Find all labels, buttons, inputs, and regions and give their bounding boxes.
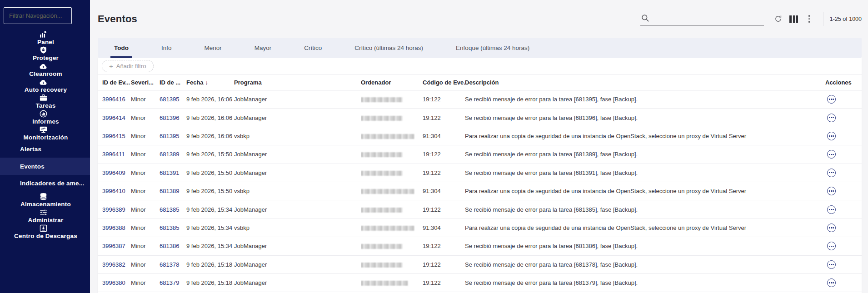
- event-code-cell: 19:122: [423, 90, 465, 109]
- event-id-link[interactable]: 3996414: [102, 114, 125, 121]
- sidebar-item-centro-de-descargas[interactable]: Centro de Descargas: [0, 223, 90, 239]
- row-actions-button[interactable]: [827, 260, 836, 269]
- column-header-ordenador[interactable]: Ordenador: [361, 75, 423, 90]
- job-id-link[interactable]: 681378: [160, 261, 179, 268]
- job-id-link[interactable]: 681389: [160, 188, 179, 194]
- sidebar-item-informes[interactable]: Informes: [0, 109, 90, 125]
- sidebar-item-almacenamiento[interactable]: Almacenamiento: [0, 192, 90, 208]
- tab-info[interactable]: Info: [145, 38, 188, 58]
- date-cell: 9 feb 2026, 15:18: [186, 255, 234, 273]
- job-id-link[interactable]: 681395: [160, 133, 179, 139]
- severity-cell: Minor: [131, 145, 160, 164]
- event-code-cell: 91:304: [423, 219, 465, 237]
- job-id-link[interactable]: 681385: [160, 206, 179, 213]
- column-header-acciones[interactable]: Acciones: [813, 75, 862, 90]
- date-cell: 9 feb 2026, 16:06: [186, 109, 234, 127]
- event-id-link[interactable]: 3996416: [102, 96, 125, 103]
- job-id-link[interactable]: 681386: [160, 243, 179, 249]
- search-icon: [641, 14, 649, 22]
- refresh-button[interactable]: [772, 13, 785, 25]
- tab-mayor[interactable]: Mayor: [238, 38, 288, 58]
- date-cell: 9 feb 2026, 15:50: [186, 182, 234, 200]
- column-header-severi[interactable]: Severi...: [131, 75, 160, 90]
- tab-todo[interactable]: Todo: [98, 38, 145, 58]
- redacted-computer-name: [361, 152, 403, 157]
- description-cell: Se recibió mensaje de error para la tare…: [465, 273, 813, 292]
- event-id-link[interactable]: 3996380: [102, 279, 125, 286]
- redacted-computer-name: [361, 244, 403, 249]
- column-header-fecha[interactable]: Fecha↓: [186, 75, 234, 90]
- row-actions-button[interactable]: [827, 169, 836, 177]
- briefcase-icon: [39, 93, 48, 102]
- tab-cr-tico[interactable]: Crítico: [288, 38, 338, 58]
- sidebar-item-panel[interactable]: Panel: [0, 30, 90, 45]
- grid-search-input[interactable]: [652, 15, 764, 23]
- sidebar-item-monitorizaci-n[interactable]: Monitorización: [0, 125, 90, 141]
- sidebar-item-tareas[interactable]: Tareas: [0, 93, 90, 109]
- tab-cr-tico-ltimas-24-horas[interactable]: Crítico (últimas 24 horas): [338, 38, 439, 58]
- sidebar-item-proteger[interactable]: Proteger: [0, 45, 90, 61]
- column-header-descripci-n[interactable]: Descripción: [465, 75, 813, 90]
- date-cell: 9 feb 2026, 16:06: [186, 127, 234, 145]
- sidebar-item-indicadores-de-ame[interactable]: Indicadores de ame...: [0, 175, 90, 192]
- add-filter-button[interactable]: + Añadir filtro: [102, 60, 154, 72]
- column-settings-button[interactable]: [788, 13, 800, 25]
- job-id-link[interactable]: 681395: [160, 96, 179, 103]
- sidebar-item-label: Almacenamiento: [20, 201, 71, 208]
- grid-toolbar: 1-25 of 1000: [640, 12, 862, 26]
- event-id-link[interactable]: 3996382: [102, 261, 125, 268]
- filter-bar: + Añadir filtro: [98, 58, 862, 75]
- date-cell: 9 feb 2026, 15:34: [186, 200, 234, 219]
- event-code-cell: 19:122: [423, 255, 465, 273]
- event-code-cell: 19:122: [423, 273, 465, 292]
- sidebar-filter-input[interactable]: [4, 7, 72, 24]
- sidebar-item-label: Panel: [37, 39, 54, 45]
- row-actions-button[interactable]: [827, 278, 836, 287]
- event-id-link[interactable]: 3996411: [102, 151, 125, 158]
- program-cell: JobManager: [234, 273, 361, 292]
- event-id-link[interactable]: 3996389: [102, 206, 125, 213]
- date-cell: 9 feb 2026, 15:34: [186, 237, 234, 255]
- job-id-link[interactable]: 681396: [160, 114, 179, 121]
- sidebar-item-eventos[interactable]: Eventos: [0, 158, 90, 174]
- tab-menor[interactable]: Menor: [188, 38, 238, 58]
- row-actions-button[interactable]: [827, 205, 836, 214]
- column-header-id-de-ev[interactable]: ID de Ev...: [98, 75, 131, 90]
- column-header-id-de[interactable]: ID de ...: [160, 75, 186, 90]
- program-cell: vsbkp: [234, 127, 361, 145]
- event-id-link[interactable]: 3996388: [102, 224, 125, 231]
- sidebar-item-alertas[interactable]: Alertas: [0, 141, 90, 158]
- job-id-link[interactable]: 681385: [160, 224, 179, 231]
- event-id-link[interactable]: 3996415: [102, 133, 125, 139]
- job-id-link[interactable]: 681389: [160, 151, 179, 158]
- event-id-link[interactable]: 3996387: [102, 243, 125, 249]
- events-table-card: + Añadir filtro ID de Ev...Severi...ID d…: [98, 58, 862, 293]
- tab-enfoque-ltimas-24-horas[interactable]: Enfoque (últimas 24 horas): [439, 38, 546, 58]
- job-id-link[interactable]: 681379: [160, 279, 179, 286]
- row-actions-button[interactable]: [827, 187, 836, 195]
- date-cell: 9 feb 2026, 16:06: [186, 90, 234, 109]
- job-id-link[interactable]: 681391: [160, 169, 179, 176]
- row-actions-button[interactable]: [827, 242, 836, 250]
- description-cell: Se recibió mensaje de error para la tare…: [465, 109, 813, 127]
- program-cell: JobManager: [234, 164, 361, 182]
- column-header-programa[interactable]: Programa: [234, 75, 361, 90]
- row-actions-button[interactable]: [827, 132, 836, 140]
- event-code-cell: 19:122: [423, 109, 465, 127]
- sidebar-item-label: Proteger: [33, 55, 59, 61]
- row-actions-button[interactable]: [827, 223, 836, 232]
- page-header: Eventos 1-25 o: [98, 0, 862, 38]
- more-options-button[interactable]: [803, 13, 816, 25]
- redacted-computer-name: [361, 263, 403, 268]
- event-id-link[interactable]: 3996410: [102, 188, 125, 194]
- row-actions-button[interactable]: [827, 150, 836, 159]
- row-actions-button[interactable]: [827, 95, 836, 104]
- sidebar-item-auto-recovery[interactable]: Auto recovery: [0, 77, 90, 93]
- severity-cell: Minor: [131, 127, 160, 145]
- event-id-link[interactable]: 3996409: [102, 169, 125, 176]
- description-cell: Se recibió mensaje de error para la tare…: [465, 90, 813, 109]
- sidebar-item-cleanroom[interactable]: Cleanroom: [0, 61, 90, 77]
- column-header-c-digo-de-eve[interactable]: Código de Eve...: [423, 75, 465, 90]
- sidebar-item-administrar[interactable]: Administrar: [0, 208, 90, 223]
- row-actions-button[interactable]: [827, 114, 836, 122]
